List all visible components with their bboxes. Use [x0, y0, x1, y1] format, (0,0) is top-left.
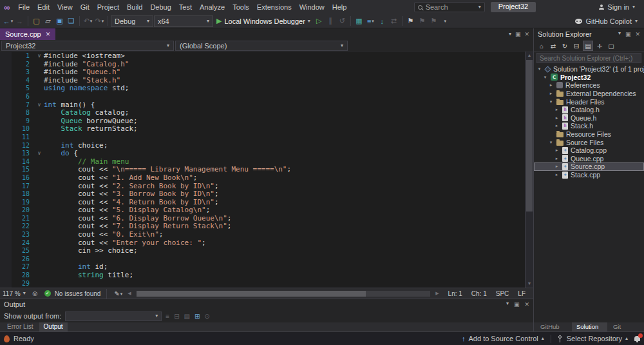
code-line[interactable]: 25 cin >> choice;: [0, 247, 525, 255]
editor-horizontal-scrollbar[interactable]: [137, 291, 430, 297]
float-window-icon[interactable]: ▣: [515, 31, 521, 37]
tree-item-external-dependencies[interactable]: ▸External Dependencies: [534, 90, 644, 98]
chevron-down-icon[interactable]: ▾: [618, 31, 621, 37]
list-members-button[interactable]: ≡▾: [365, 15, 376, 27]
chevron-right-icon[interactable]: ▸: [554, 164, 560, 169]
properties-icon[interactable]: ✛: [594, 41, 605, 51]
breakpoint-margin[interactable]: [0, 263, 12, 271]
breakpoint-margin[interactable]: [0, 61, 12, 69]
tree-item-stack-h[interactable]: ▸hStack.h: [534, 122, 644, 130]
accessibility-icon[interactable]: ◎: [30, 288, 41, 299]
chevron-right-icon[interactable]: ▸: [554, 107, 560, 112]
chevron-right-icon[interactable]: ▸: [554, 123, 560, 128]
tree-item-project32[interactable]: ▾CProject32: [534, 74, 644, 82]
break-all-button[interactable]: ∥: [325, 15, 336, 27]
tree-item-queue-cpp[interactable]: ▸+Queue.cpp: [534, 155, 644, 163]
scroll-right-icon[interactable]: ▶: [435, 290, 439, 297]
tree-item-catalog-h[interactable]: ▸hCatalog.h: [534, 106, 644, 114]
new-file-button[interactable]: ▢: [31, 15, 42, 27]
find-message-icon[interactable]: ≡: [166, 313, 169, 320]
code-line[interactable]: 10 Stack returnStack;: [0, 125, 525, 133]
chevron-right-icon[interactable]: ▸: [554, 148, 560, 153]
close-icon[interactable]: ✕: [524, 31, 529, 37]
solution-search-input[interactable]: [536, 53, 641, 63]
scroll-down-icon[interactable]: ▼: [527, 280, 532, 288]
code-line[interactable]: 5using namespace std;: [0, 84, 525, 93]
tab-output[interactable]: Output: [39, 322, 68, 331]
sync-with-active-document-icon[interactable]: ⇄: [548, 41, 558, 51]
collapse-all-icon[interactable]: ⊟: [571, 41, 582, 51]
toggle-output-icon[interactable]: ▤: [184, 313, 190, 320]
code-editor[interactable]: 1∨#include <iostream>2#include "Catalog.…: [0, 52, 533, 288]
navigate-back-button[interactable]: ←▾: [3, 15, 14, 27]
tree-item-queue-h[interactable]: ▸hQueue.h: [534, 114, 644, 123]
tab-source-cpp[interactable]: Source.cpp ✕: [0, 28, 55, 40]
configuration-dropdown[interactable]: Debug▾: [111, 15, 153, 27]
step-over-button[interactable]: ⇄: [388, 15, 399, 27]
breakpoint-margin[interactable]: [0, 222, 12, 231]
tree-item-header-files[interactable]: ▾Header Files: [534, 97, 644, 106]
breakpoint-margin[interactable]: [0, 199, 12, 207]
menu-window[interactable]: Window: [296, 2, 328, 12]
chevron-down-icon[interactable]: ▾: [548, 99, 554, 104]
history-icon[interactable]: ⊙: [204, 313, 209, 320]
column-indicator[interactable]: Ch: 1: [471, 290, 487, 297]
breakpoint-margin[interactable]: [0, 239, 12, 248]
notifications-button[interactable]: [634, 336, 640, 341]
menu-analyze[interactable]: Analyze: [196, 2, 229, 12]
tab-git-changes[interactable]: Git Changes: [609, 322, 642, 331]
tree-item-source-files[interactable]: ▾Source Files: [534, 138, 644, 146]
breakpoint-margin[interactable]: [0, 255, 12, 264]
menu-file[interactable]: File: [14, 2, 33, 12]
chevron-right-icon[interactable]: ▸: [554, 172, 560, 177]
code-line[interactable]: 12 int choice;: [0, 142, 525, 150]
start-debugging-button[interactable]: ▶ Local Windows Debugger ▾: [214, 17, 313, 25]
breakpoint-margin[interactable]: [0, 247, 12, 255]
tree-item-references[interactable]: ▸References: [534, 81, 644, 90]
chevron-right-icon[interactable]: ▸: [548, 83, 554, 88]
copilot-button[interactable]: GitHub Copilot ▾: [575, 17, 638, 25]
code-text[interactable]: using namespace std;: [44, 84, 129, 93]
close-icon[interactable]: ✕: [46, 31, 51, 37]
breakpoint-margin[interactable]: [0, 206, 12, 215]
project-scope-dropdown[interactable]: Project32 ▾: [1, 41, 174, 51]
chevron-right-icon[interactable]: ▸: [554, 156, 560, 161]
scroll-up-icon[interactable]: ▲: [527, 52, 532, 59]
feedback-icon[interactable]: [4, 335, 10, 342]
line-ending-indicator[interactable]: LF: [518, 290, 526, 297]
add-to-source-control-button[interactable]: ↑ Add to Source Control ▴: [462, 335, 544, 342]
breakpoint-margin[interactable]: [0, 174, 12, 182]
close-icon[interactable]: ✕: [524, 301, 529, 308]
code-line[interactable]: 28 string title;: [0, 271, 525, 280]
chevron-right-icon[interactable]: ▸: [554, 115, 560, 121]
menu-project[interactable]: Project: [93, 2, 123, 12]
fold-indicator[interactable]: ∨: [35, 150, 44, 158]
sign-in-button[interactable]: Sign in ▾: [599, 3, 635, 11]
pin-icon[interactable]: ▣: [514, 301, 520, 308]
issues-status[interactable]: No issues found: [55, 290, 101, 297]
menu-view[interactable]: View: [53, 2, 77, 12]
home-icon[interactable]: ⌂: [536, 41, 547, 51]
menu-edit[interactable]: Edit: [33, 2, 53, 12]
menu-help[interactable]: Help: [328, 2, 351, 12]
breakpoint-margin[interactable]: [0, 133, 12, 142]
breakpoint-margin[interactable]: [0, 125, 12, 133]
previous-bookmark-button[interactable]: ⚑: [417, 15, 428, 27]
close-icon[interactable]: ✕: [635, 31, 640, 37]
indentation-indicator[interactable]: SPC: [496, 290, 509, 297]
breakpoint-margin[interactable]: [0, 182, 12, 191]
breakpoint-margin[interactable]: [0, 158, 12, 166]
tab-solution-expl[interactable]: Solution Expl...: [572, 322, 607, 331]
breakpoint-margin[interactable]: [0, 166, 12, 174]
tree-item-stack-cpp[interactable]: ▸+Stack.cpp: [534, 171, 644, 179]
breakpoint-margin[interactable]: [0, 142, 12, 150]
open-file-button[interactable]: ▱: [43, 15, 53, 27]
chevron-down-icon[interactable]: ▾: [536, 66, 542, 72]
navigate-forward-button[interactable]: →: [14, 15, 25, 27]
breakpoint-margin[interactable]: [0, 150, 12, 158]
chevron-down-icon[interactable]: ▾: [548, 140, 554, 145]
breakpoint-margin[interactable]: [0, 93, 12, 101]
save-button[interactable]: ▣: [54, 15, 65, 27]
scrollbar-thumb[interactable]: [137, 291, 366, 297]
preview-selected-icon[interactable]: ▢: [606, 41, 616, 51]
